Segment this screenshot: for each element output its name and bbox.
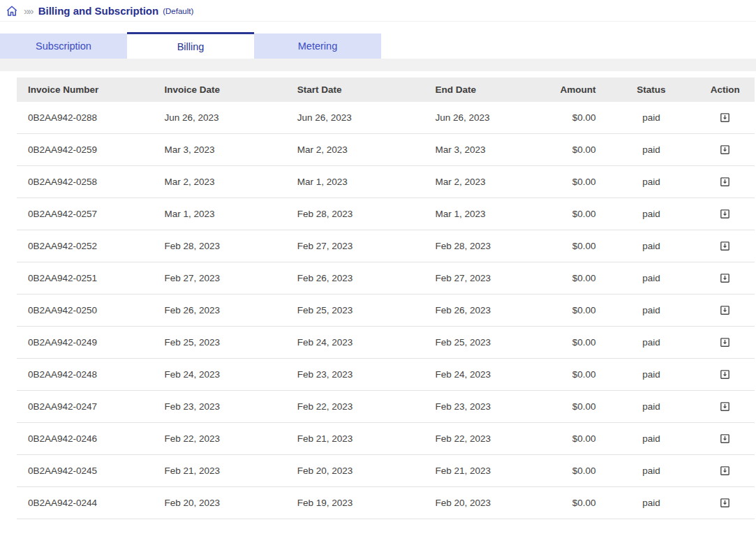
column-header-amount: Amount	[537, 77, 607, 102]
cell-invoice-number: 0B2AA942-0245	[17, 455, 154, 487]
cell-action	[695, 198, 755, 230]
table-row: 0B2AA942-0248Feb 24, 2023Feb 23, 2023Feb…	[17, 359, 755, 391]
cell-start-date: Feb 20, 2023	[286, 455, 424, 487]
cell-invoice-date: Feb 22, 2023	[154, 423, 286, 455]
cell-status: paid	[607, 327, 696, 359]
download-invoice-icon[interactable]	[718, 496, 732, 510]
table-row: 0B2AA942-0259Mar 3, 2023Mar 2, 2023Mar 3…	[17, 134, 755, 166]
cell-action	[695, 359, 755, 391]
cell-amount: $0.00	[537, 134, 607, 166]
cell-start-date: Feb 23, 2023	[286, 359, 424, 391]
download-invoice-icon[interactable]	[718, 463, 732, 478]
table-row: 0B2AA942-0247Feb 23, 2023Feb 22, 2023Feb…	[17, 391, 755, 423]
cell-invoice-date: Feb 26, 2023	[154, 295, 286, 327]
cell-amount: $0.00	[537, 487, 607, 519]
cell-end-date: Jun 26, 2023	[424, 102, 537, 134]
invoice-table: Invoice NumberInvoice DateStart DateEnd …	[17, 77, 755, 519]
cell-status: paid	[607, 391, 696, 423]
cell-end-date: Feb 21, 2023	[424, 455, 537, 487]
cell-invoice-date: Mar 1, 2023	[154, 198, 286, 230]
cell-start-date: Jun 26, 2023	[286, 102, 424, 134]
cell-invoice-number: 0B2AA942-0249	[17, 327, 154, 359]
cell-action	[695, 262, 755, 295]
download-invoice-icon[interactable]	[718, 174, 732, 189]
tabs: SubscriptionBillingMetering	[0, 32, 756, 59]
cell-end-date: Feb 22, 2023	[424, 423, 537, 455]
cell-action	[695, 230, 755, 262]
tab-subscription[interactable]: Subscription	[0, 34, 127, 59]
cell-invoice-number: 0B2AA942-0246	[17, 423, 154, 455]
cell-invoice-date: Mar 2, 2023	[154, 166, 286, 198]
cell-invoice-date: Feb 20, 2023	[154, 487, 286, 519]
cell-end-date: Feb 25, 2023	[424, 327, 537, 359]
table-row: 0B2AA942-0246Feb 22, 2023Feb 21, 2023Feb…	[17, 423, 755, 455]
tab-metering[interactable]: Metering	[254, 34, 381, 59]
cell-end-date: Feb 23, 2023	[424, 391, 537, 423]
cell-invoice-date: Feb 28, 2023	[154, 230, 286, 262]
cell-action	[695, 134, 755, 166]
table-row: 0B2AA942-0249Feb 25, 2023Feb 24, 2023Feb…	[17, 327, 755, 359]
cell-invoice-date: Feb 25, 2023	[154, 327, 286, 359]
cell-start-date: Feb 26, 2023	[286, 262, 424, 295]
download-invoice-icon[interactable]	[718, 110, 732, 125]
cell-invoice-date: Feb 23, 2023	[154, 391, 286, 423]
column-header-status: Status	[607, 77, 696, 102]
tab-billing[interactable]: Billing	[127, 32, 254, 59]
table-row: 0B2AA942-0250Feb 26, 2023Feb 25, 2023Feb…	[17, 295, 755, 327]
download-invoice-icon[interactable]	[718, 367, 732, 382]
cell-invoice-number: 0B2AA942-0288	[17, 102, 154, 134]
cell-action	[695, 391, 755, 423]
cell-amount: $0.00	[537, 423, 607, 455]
column-header-end-date: End Date	[424, 77, 537, 102]
cell-start-date: Mar 1, 2023	[286, 166, 424, 198]
tabs-content-divider	[0, 59, 756, 71]
cell-invoice-number: 0B2AA942-0247	[17, 391, 154, 423]
cell-amount: $0.00	[537, 327, 607, 359]
cell-action	[695, 166, 755, 198]
cell-amount: $0.00	[537, 102, 607, 134]
cell-invoice-number: 0B2AA942-0258	[17, 166, 154, 198]
cell-end-date: Mar 1, 2023	[424, 198, 537, 230]
table-row: 0B2AA942-0245Feb 21, 2023Feb 20, 2023Feb…	[17, 455, 755, 487]
cell-end-date: Feb 27, 2023	[424, 262, 537, 295]
cell-start-date: Feb 22, 2023	[286, 391, 424, 423]
cell-amount: $0.00	[537, 455, 607, 487]
table-row: 0B2AA942-0244Feb 20, 2023Feb 19, 2023Feb…	[17, 487, 755, 519]
cell-status: paid	[607, 198, 696, 230]
download-invoice-icon[interactable]	[718, 431, 732, 446]
download-invoice-icon[interactable]	[718, 207, 732, 221]
table-row: 0B2AA942-0252Feb 28, 2023Feb 27, 2023Feb…	[17, 230, 755, 262]
cell-start-date: Feb 27, 2023	[286, 230, 424, 262]
cell-invoice-date: Jun 26, 2023	[154, 102, 286, 134]
cell-start-date: Feb 19, 2023	[286, 487, 424, 519]
cell-status: paid	[607, 359, 696, 391]
cell-end-date: Feb 24, 2023	[424, 359, 537, 391]
download-invoice-icon[interactable]	[718, 239, 732, 253]
cell-start-date: Feb 28, 2023	[286, 198, 424, 230]
table-row: 0B2AA942-0257Mar 1, 2023Feb 28, 2023Mar …	[17, 198, 755, 230]
download-invoice-icon[interactable]	[718, 303, 732, 318]
cell-status: paid	[607, 423, 696, 455]
cell-status: paid	[607, 295, 696, 327]
cell-status: paid	[607, 487, 696, 519]
cell-amount: $0.00	[537, 391, 607, 423]
cell-end-date: Feb 20, 2023	[424, 487, 537, 519]
download-invoice-icon[interactable]	[718, 271, 732, 285]
cell-amount: $0.00	[537, 359, 607, 391]
cell-action	[695, 487, 755, 519]
cell-end-date: Feb 28, 2023	[424, 230, 537, 262]
cell-invoice-number: 0B2AA942-0251	[17, 262, 154, 295]
table-row: 0B2AA942-0251Feb 27, 2023Feb 26, 2023Feb…	[17, 262, 755, 295]
home-icon[interactable]	[6, 5, 18, 17]
cell-invoice-number: 0B2AA942-0257	[17, 198, 154, 230]
cell-amount: $0.00	[537, 230, 607, 262]
cell-end-date: Feb 26, 2023	[424, 295, 537, 327]
invoice-table-container: Invoice NumberInvoice DateStart DateEnd …	[0, 71, 756, 519]
table-row: 0B2AA942-0258Mar 2, 2023Mar 1, 2023Mar 2…	[17, 166, 755, 198]
column-header-start-date: Start Date	[286, 77, 424, 102]
download-invoice-icon[interactable]	[718, 142, 732, 157]
page-title: Billing and Subscription	[38, 5, 159, 17]
cell-invoice-date: Mar 3, 2023	[154, 134, 286, 166]
download-invoice-icon[interactable]	[718, 335, 732, 350]
download-invoice-icon[interactable]	[718, 399, 732, 414]
